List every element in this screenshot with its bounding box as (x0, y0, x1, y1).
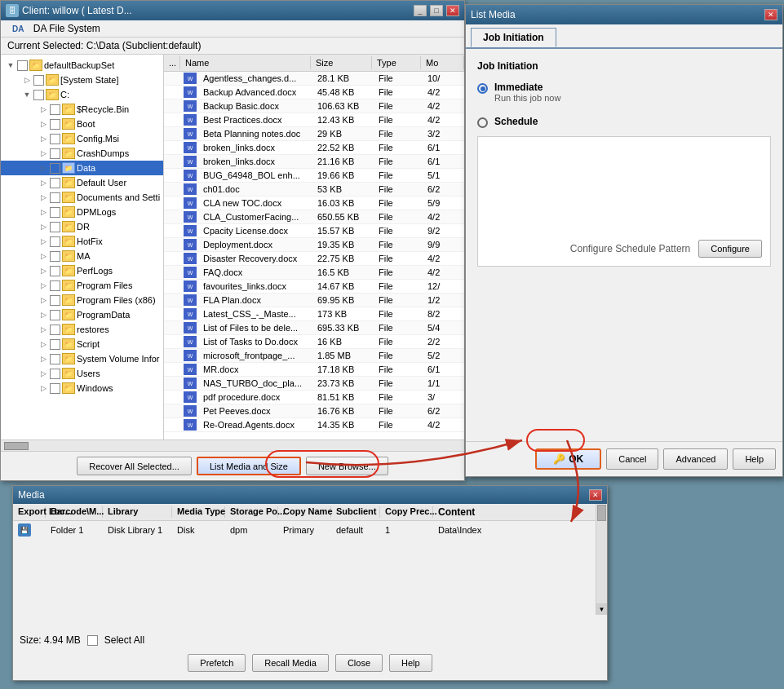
tab-job-initiation[interactable]: Job Initiation (471, 28, 556, 47)
list-item[interactable]: W List of Files to be dele... 695.33 KB … (164, 321, 464, 335)
horizontal-scrollbar[interactable] (1, 439, 464, 451)
tree-check[interactable] (50, 339, 60, 350)
tree-check[interactable] (50, 134, 60, 144)
list-media-button[interactable]: List Media and Size (197, 457, 301, 475)
tree-item-dpmlogs[interactable]: ▷ 📁 DPMLogs (1, 205, 163, 219)
list-item[interactable]: W favourites_links.docx 14.67 KB File 12… (164, 280, 464, 294)
tree-item-defaultuser[interactable]: ▷ 📁 Default User (1, 175, 163, 190)
tree-item-windows[interactable]: ▷ 📁 Windows (1, 381, 163, 395)
tree-item-data[interactable]: ▷ 📁 Data (1, 161, 163, 175)
media-close-titlebar-button[interactable]: ✕ (589, 489, 602, 501)
tree-item-recycle[interactable]: ▷ 📁 $Recycle.Bin (1, 102, 163, 117)
tree-item-c[interactable]: ▼ 📁 C: (1, 87, 163, 102)
help-button[interactable]: Help (733, 448, 776, 470)
col-size[interactable]: Size (311, 56, 372, 69)
col-type[interactable]: Type (372, 56, 421, 69)
list-item[interactable]: W Disaster Recovery.docx 22.75 KB File 4… (164, 252, 464, 266)
recover-all-button[interactable]: Recover All Selected... (77, 457, 192, 475)
prefetch-button[interactable]: Prefetch (188, 654, 246, 672)
tree-check[interactable] (50, 163, 60, 174)
tree-check[interactable] (50, 178, 60, 188)
recall-media-button[interactable]: Recall Media (252, 654, 329, 672)
list-item[interactable]: W Cpacity License.docx 15.57 KB File 9/2 (164, 224, 464, 238)
close-button[interactable]: ✕ (446, 5, 459, 16)
list-item[interactable]: W microsoft_frontpage_... 1.85 MB File 5… (164, 349, 464, 363)
list-item[interactable]: W List of Tasks to Do.docx 16 KB File 2/… (164, 335, 464, 349)
list-item[interactable]: W pdf procedure.docx 81.51 KB File 3/ (164, 391, 464, 404)
list-item[interactable]: W MR.docx 17.18 KB File 6/1 (164, 363, 464, 377)
tree-item-defaultbackupset[interactable]: ▼ 📁 defaultBackupSet (1, 58, 163, 73)
tree-check[interactable] (50, 266, 60, 276)
minimize-button[interactable]: _ (414, 5, 427, 16)
list-item[interactable]: W broken_links.docx 21.16 KB File 6/1 (164, 155, 464, 169)
tree-item-configmsi[interactable]: ▷ 📁 Config.Msi (1, 131, 163, 146)
list-item[interactable]: W FAQ.docx 16.5 KB File 4/2 (164, 266, 464, 280)
tree-item-restores[interactable]: ▷ 📁 restores (1, 322, 163, 337)
configure-button[interactable]: Configure (698, 240, 762, 258)
tree-check[interactable] (50, 251, 60, 262)
tree-check[interactable] (50, 148, 60, 159)
list-item[interactable]: W Deployment.docx 19.35 KB File 9/9 (164, 238, 464, 252)
tree-check[interactable] (33, 75, 44, 86)
list-item[interactable]: W Agentless_changes.d... 28.1 KB File 10… (164, 72, 464, 86)
list-item[interactable]: W Best Practices.docx 12.43 KB File 4/2 (164, 113, 464, 127)
tree-check[interactable] (50, 192, 60, 203)
col-name[interactable]: Name (180, 56, 311, 69)
dialog-close-button[interactable]: ✕ (764, 9, 777, 20)
tree-item-programdata[interactable]: ▷ 📁 ProgramData (1, 307, 163, 322)
ok-button[interactable]: 🔑 OK (535, 448, 601, 470)
new-browse-button[interactable]: New Browse... (306, 457, 388, 475)
tree-check[interactable] (50, 104, 60, 115)
tree-check[interactable] (50, 280, 60, 291)
list-item[interactable]: W CLA_CustomerFacing... 650.55 KB File 4… (164, 210, 464, 224)
media-table-row[interactable]: 💾 Folder 1 Disk Library 1 Disk dpm Prima… (13, 521, 607, 540)
col-dots[interactable]: ... (164, 56, 180, 69)
tree-check[interactable] (17, 60, 28, 71)
list-item[interactable]: W Re-Oread.Agents.docx 14.35 KB File 4/2 (164, 418, 464, 432)
list-item[interactable]: W NAS_TURBO_doc_pla... 23.73 KB File 1/1 (164, 377, 464, 391)
tree-check[interactable] (50, 119, 60, 130)
tree-check[interactable] (50, 236, 60, 247)
select-all-checkbox[interactable] (87, 635, 98, 646)
tree-item-systemvolume[interactable]: ▷ 📁 System Volume Infor (1, 351, 163, 366)
tree-check[interactable] (50, 222, 60, 232)
tree-check[interactable] (50, 383, 60, 394)
list-item[interactable]: W Beta Planning notes.doc 29 KB File 3/2 (164, 127, 464, 141)
restore-button[interactable]: □ (430, 5, 443, 16)
tree-check[interactable] (50, 207, 60, 218)
cancel-button[interactable]: Cancel (606, 448, 658, 470)
media-scrollbar-v[interactable]: ▼ (596, 504, 607, 615)
advanced-button[interactable]: Advanced (663, 448, 728, 470)
list-item[interactable]: W Pet Peeves.docx 16.76 KB File 6/2 (164, 404, 464, 418)
tree-item-documents[interactable]: ▷ 📁 Documents and Setti (1, 190, 163, 205)
tree-item-perflogs[interactable]: ▷ 📁 PerfLogs (1, 263, 163, 278)
tree-item-users[interactable]: ▷ 📁 Users (1, 366, 163, 381)
tree-check[interactable] (50, 325, 60, 335)
list-item[interactable]: W Backup Advanced.docx 45.48 KB File 4/2 (164, 86, 464, 99)
tree-item-systemstate[interactable]: ▷ 📁 [System State] (1, 73, 163, 87)
scrollbar-down-arrow[interactable]: ▼ (596, 603, 607, 615)
tree-item-hotfix[interactable]: ▷ 📁 HotFix (1, 234, 163, 249)
radio-immediate[interactable] (477, 83, 488, 94)
tree-item-programfiles[interactable]: ▷ 📁 Program Files (1, 278, 163, 293)
tree-item-ma[interactable]: ▷ 📁 MA (1, 249, 163, 263)
tree-item-dr[interactable]: ▷ 📁 DR (1, 219, 163, 234)
tree-check[interactable] (50, 295, 60, 306)
list-item[interactable]: W BUG_64948_BOL enh... 19.66 KB File 5/1 (164, 169, 464, 183)
menu-item-filesystem[interactable]: DA DA File System (6, 22, 107, 35)
media-help-button[interactable]: Help (389, 654, 432, 672)
list-item[interactable]: W ch01.doc 53 KB File 6/2 (164, 183, 464, 197)
radio-schedule[interactable] (477, 117, 488, 128)
tree-check[interactable] (50, 354, 60, 364)
list-item[interactable]: W FLA Plan.docx 69.95 KB File 1/2 (164, 294, 464, 307)
list-item[interactable]: W Latest_CSS_-_Maste... 173 KB File 8/2 (164, 307, 464, 321)
tree-check[interactable] (33, 90, 44, 100)
list-item[interactable]: W broken_links.docx 22.52 KB File 6/1 (164, 141, 464, 155)
media-close-button[interactable]: Close (335, 654, 383, 672)
tree-check[interactable] (50, 310, 60, 320)
tree-item-crashdumps[interactable]: ▷ 📁 CrashDumps (1, 146, 163, 161)
col-mod[interactable]: Mo (421, 56, 464, 69)
tree-item-script[interactable]: ▷ 📁 Script (1, 337, 163, 351)
list-item[interactable]: W CLA new TOC.docx 16.03 KB File 5/9 (164, 197, 464, 210)
tree-check[interactable] (50, 369, 60, 379)
